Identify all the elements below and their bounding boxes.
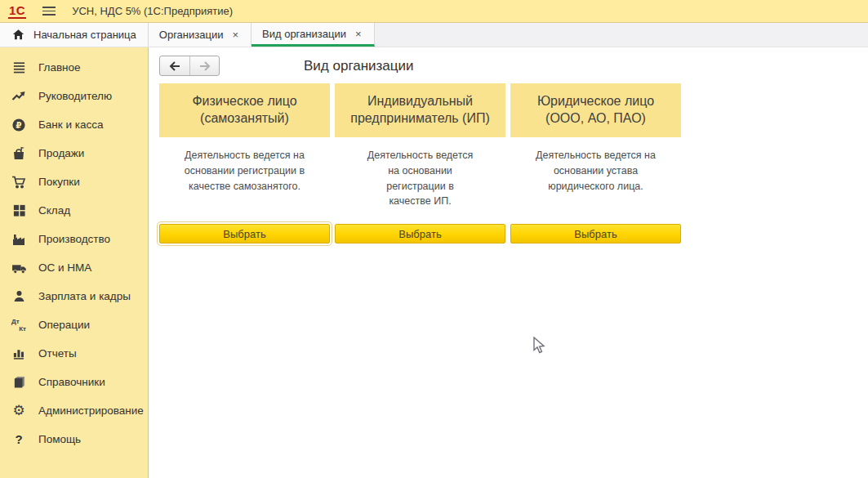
back-button[interactable] — [160, 56, 189, 75]
sidebar-item-label: Отчеты — [38, 347, 77, 360]
menu-lines-icon — [11, 60, 27, 76]
question-icon: ? — [11, 431, 27, 448]
sidebar-item-os-nma[interactable]: ОС и НМА — [0, 253, 148, 282]
sidebar-item-operations[interactable]: ДтКт Операции — [0, 310, 148, 339]
forward-button[interactable] — [189, 56, 219, 75]
sidebar-item-directories[interactable]: Справочники — [0, 368, 148, 396]
sidebar-item-production[interactable]: Производство — [0, 225, 148, 253]
main-content: Вид организации Физическое лицо (самозан… — [149, 47, 868, 478]
sidebar-item-label: Зарплата и кадры — [38, 290, 131, 302]
title-bar: 1С УСН, НДС 5% (1С:Предприятие) — [0, 0, 868, 23]
card-description: Деятельность ведется на основании регист… — [365, 148, 475, 209]
sidebar-item-label: Руководителю — [38, 90, 112, 102]
window-title: УСН, НДС 5% (1С:Предприятие) — [72, 5, 233, 17]
sidebar-item-label: Покупки — [38, 176, 80, 188]
tab-label: Организации — [159, 29, 224, 41]
home-icon — [10, 27, 26, 43]
sidebar-item-label: Склад — [38, 204, 70, 217]
sidebar-item-bank-cash[interactable]: ₽ Банк и касса — [0, 110, 148, 139]
person-icon — [11, 288, 27, 305]
sidebar-item-label: Продажи — [38, 147, 84, 159]
tab-organizations[interactable]: Организации × — [149, 23, 251, 47]
history-nav-group — [159, 56, 220, 76]
card-header-individual-self-employed: Физическое лицо (самозанятый) — [159, 83, 330, 137]
sidebar-item-reports[interactable]: Отчеты — [0, 339, 148, 368]
warehouse-icon — [11, 203, 27, 219]
sidebar-item-label: Банк и касса — [38, 118, 104, 131]
bar-chart-icon — [11, 346, 27, 362]
select-button-self-employed[interactable]: Выбрать — [159, 224, 330, 243]
factory-icon — [11, 231, 27, 248]
organization-type-cards: Физическое лицо (самозанятый) Индивидуал… — [159, 83, 868, 243]
close-icon[interactable]: × — [230, 29, 240, 41]
app-window: 1С УСН, НДС 5% (1С:Предприятие) Начальна… — [0, 0, 868, 478]
sidebar: Главное Руководителю ₽ Банк и касса Прод… — [0, 47, 149, 478]
shopping-cart-icon — [11, 174, 27, 190]
sidebar-item-label: Операции — [38, 319, 90, 331]
gear-icon: ⚙ — [11, 403, 27, 419]
mouse-cursor — [533, 337, 546, 355]
page-title: Вид организации — [304, 58, 414, 74]
main-menu-icon[interactable] — [41, 5, 57, 17]
book-icon — [11, 374, 27, 391]
1c-logo-icon: 1С — [8, 4, 26, 19]
tab-home[interactable]: Начальная страница — [0, 23, 149, 47]
card-description: Деятельность ведется на основании устава… — [532, 148, 659, 194]
sidebar-item-label: ОС и НМА — [38, 261, 91, 274]
sidebar-item-salary-hr[interactable]: Зарплата и кадры — [0, 282, 148, 310]
sidebar-item-manager[interactable]: Руководителю — [0, 82, 148, 110]
tab-home-label: Начальная страница — [33, 29, 136, 41]
debit-credit-icon: ДтКт — [11, 317, 27, 333]
tab-bar-filler — [375, 23, 868, 47]
sidebar-item-label: Справочники — [38, 376, 105, 388]
sidebar-item-main[interactable]: Главное — [0, 53, 148, 82]
tab-bar: Начальная страница Организации × Вид орг… — [0, 23, 868, 47]
tab-organization-type[interactable]: Вид организации × — [251, 23, 374, 47]
select-button-legal-entity[interactable]: Выбрать — [510, 224, 681, 243]
truck-icon — [11, 260, 27, 276]
trend-icon — [11, 88, 27, 105]
svg-text:₽: ₽ — [16, 119, 21, 129]
shopping-bag-icon — [11, 145, 27, 162]
sidebar-item-label: Помощь — [38, 433, 81, 445]
card-description: Деятельность ведется на основании регист… — [163, 148, 327, 194]
sidebar-item-purchases[interactable]: Покупки — [0, 168, 148, 196]
close-icon[interactable]: × — [354, 28, 363, 40]
select-button-entrepreneur[interactable]: Выбрать — [335, 224, 505, 243]
card-header-entrepreneur: Индивидуальный предприниматель (ИП) — [335, 83, 505, 137]
sidebar-item-help[interactable]: ? Помощь — [0, 425, 148, 453]
card-header-legal-entity: Юридическое лицо (ООО, АО, ПАО) — [510, 83, 681, 137]
sidebar-item-label: Производство — [38, 233, 110, 245]
sidebar-item-label: Главное — [38, 61, 81, 74]
sidebar-item-administration[interactable]: ⚙ Администрирование — [0, 396, 148, 425]
sidebar-item-warehouse[interactable]: Склад — [0, 196, 148, 225]
ruble-circle-icon: ₽ — [11, 117, 27, 133]
tab-label: Вид организации — [262, 28, 346, 40]
sidebar-item-label: Администрирование — [38, 404, 144, 417]
sidebar-item-sales[interactable]: Продажи — [0, 139, 148, 168]
